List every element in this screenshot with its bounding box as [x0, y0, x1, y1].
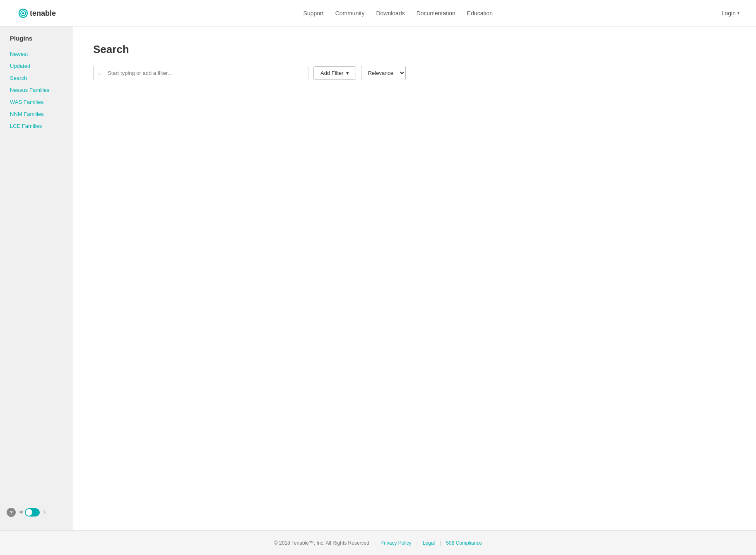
main-nav: Support Community Downloads Documentatio…	[303, 10, 493, 17]
search-input[interactable]	[93, 66, 308, 80]
sidebar-nav-section: Plugins Newest Updated Search Nessus Fam…	[0, 35, 72, 132]
sidebar-item-search[interactable]: Search	[7, 72, 65, 84]
add-filter-label: Add Filter	[320, 70, 344, 76]
sep-2: |	[417, 540, 418, 546]
sep-3: |	[440, 540, 441, 546]
sidebar-item-lce-families[interactable]: LCE Families	[7, 120, 65, 132]
sidebar-nav: Newest Updated Search Nessus Families WA…	[7, 48, 65, 132]
add-filter-caret-icon: ▾	[346, 70, 349, 76]
sidebar-item-nnm-families[interactable]: NNM Families	[7, 108, 65, 120]
sidebar-item-updated[interactable]: Updated	[7, 60, 65, 72]
search-bar-row: ⌕ Add Filter ▾ Relevance Date Name	[93, 66, 735, 80]
theme-toggle[interactable]: ✱ ☽	[19, 508, 46, 517]
sidebar-item-nessus-families[interactable]: Nessus Families	[7, 84, 65, 96]
nav-documentation[interactable]: Documentation	[417, 10, 455, 17]
sun-icon: ✱	[19, 509, 23, 515]
search-input-wrapper: ⌕	[93, 66, 308, 80]
add-filter-button[interactable]: Add Filter ▾	[313, 66, 356, 80]
nav-education[interactable]: Education	[467, 10, 493, 17]
sep-1: |	[374, 540, 376, 546]
svg-point-2	[22, 12, 24, 14]
login-button[interactable]: Login ▾	[722, 10, 739, 17]
help-icon[interactable]: ?	[7, 508, 16, 517]
moon-icon: ☽	[41, 509, 46, 515]
footer-508-compliance[interactable]: 508 Compliance	[446, 540, 482, 546]
nav-downloads[interactable]: Downloads	[376, 10, 404, 17]
nav-community[interactable]: Community	[335, 10, 365, 17]
toggle-track[interactable]	[25, 508, 40, 517]
relevance-select[interactable]: Relevance Date Name	[361, 66, 406, 80]
toggle-thumb	[26, 509, 32, 516]
login-label: Login	[722, 10, 736, 17]
copyright: © 2018 Tenable™, Inc. All Rights Reserve…	[274, 540, 369, 546]
sidebar-item-newest[interactable]: Newest	[7, 48, 65, 60]
logo-area: tenable	[17, 5, 75, 21]
site-header: tenable Support Community Downloads Docu…	[0, 0, 756, 26]
footer-privacy-policy[interactable]: Privacy Policy	[380, 540, 412, 546]
site-footer: © 2018 Tenable™, Inc. All Rights Reserve…	[0, 530, 756, 555]
svg-text:tenable: tenable	[30, 9, 56, 17]
main-content: Search ⌕ Add Filter ▾ Relevance Date Nam…	[72, 26, 756, 530]
sidebar-bottom: ? ✱ ☽	[0, 503, 72, 522]
main-layout: Plugins Newest Updated Search Nessus Fam…	[0, 26, 756, 530]
sidebar: Plugins Newest Updated Search Nessus Fam…	[0, 26, 72, 530]
sidebar-title: Plugins	[7, 35, 65, 42]
footer-legal[interactable]: Legal	[423, 540, 435, 546]
tenable-logo: tenable	[17, 5, 75, 21]
results-area	[93, 93, 735, 300]
page-title: Search	[93, 43, 735, 56]
search-icon: ⌕	[98, 70, 101, 77]
nav-support[interactable]: Support	[303, 10, 324, 17]
login-caret-icon: ▾	[737, 11, 739, 15]
sidebar-item-was-families[interactable]: WAS Families	[7, 96, 65, 108]
